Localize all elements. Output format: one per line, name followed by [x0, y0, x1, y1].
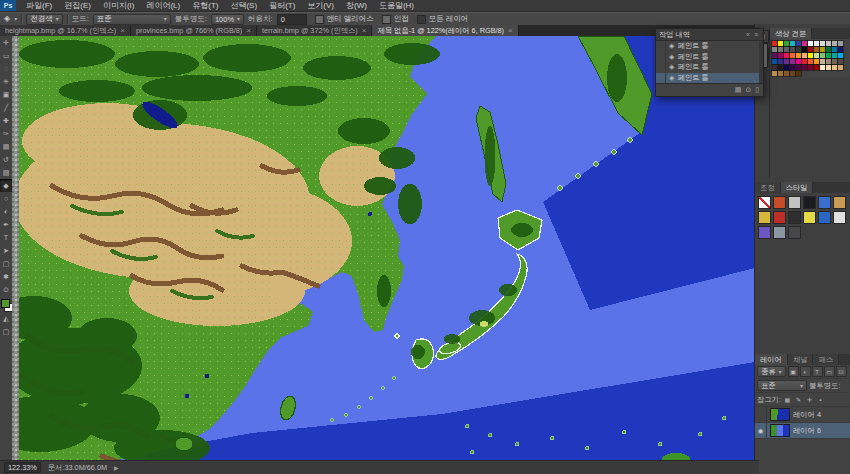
new-snapshot-icon[interactable]: ⊙ [745, 86, 751, 94]
type-filter-icon[interactable]: T [812, 366, 823, 377]
style-swatch[interactable] [773, 196, 786, 209]
eraser-tool[interactable]: ▨ [0, 166, 12, 179]
color-swatch[interactable] [826, 53, 831, 58]
color-swatch[interactable] [832, 47, 837, 52]
type-tool[interactable]: T [0, 231, 12, 244]
screen-mode-button[interactable]: ▢ [0, 325, 12, 338]
color-swatch[interactable] [790, 59, 795, 64]
color-swatch[interactable] [808, 53, 813, 58]
history-brush-tool[interactable]: ↺ [0, 153, 12, 166]
blur-tool[interactable]: ○ [0, 192, 12, 205]
fill-source-select[interactable]: 전경색 ▾ [26, 14, 63, 25]
color-swatch[interactable] [778, 41, 783, 46]
color-swatch[interactable] [838, 47, 843, 52]
styles-panel-tab[interactable]: 스타일 [781, 182, 814, 193]
lock-transparency-icon[interactable]: ▦ [783, 395, 792, 404]
color-swatch[interactable] [814, 53, 819, 58]
color-swatch[interactable] [826, 59, 831, 64]
history-state-row[interactable]: ◈ 페인트 통 [656, 73, 759, 84]
color-swatch[interactable] [778, 71, 783, 76]
close-icon[interactable]: × [362, 27, 367, 35]
preset-caret-icon[interactable]: ▾ [14, 16, 17, 22]
close-icon[interactable]: × [246, 27, 251, 35]
brush-tool[interactable]: ✑ [0, 127, 12, 140]
color-swatch[interactable] [772, 47, 777, 52]
zoom-input[interactable]: 122.33% [4, 462, 41, 473]
color-swatch[interactable] [784, 47, 789, 52]
color-swatch[interactable] [802, 47, 807, 52]
lock-position-icon[interactable]: ✛ [805, 395, 814, 404]
color-swatch[interactable] [832, 41, 837, 46]
color-swatch[interactable] [790, 41, 795, 46]
new-doc-from-state-icon[interactable]: ▤ [735, 86, 742, 94]
style-swatch[interactable] [758, 226, 771, 239]
menu-item[interactable]: 레이어(L) [140, 0, 186, 11]
close-icon[interactable]: × [508, 27, 513, 35]
magic-wand-tool[interactable]: ✳ [0, 75, 12, 88]
color-swatch[interactable] [784, 41, 789, 46]
history-well[interactable] [656, 52, 666, 63]
opacity-select[interactable]: 100% ▾ [211, 14, 244, 25]
move-tool[interactable]: ✛ [0, 36, 12, 49]
color-swatch[interactable] [778, 47, 783, 52]
visibility-toggle[interactable]: ◉ [755, 423, 767, 438]
mode-select[interactable]: 표준 ▾ [93, 14, 171, 25]
path-select-tool[interactable]: ➤ [0, 244, 12, 257]
foreground-color-chip[interactable] [1, 299, 10, 308]
crop-tool[interactable]: ▣ [0, 88, 12, 101]
color-swatch[interactable] [784, 65, 789, 70]
pixel-filter-icon[interactable]: ▣ [788, 366, 799, 377]
color-swatch[interactable] [796, 47, 801, 52]
styles-panel-tab[interactable]: 조정 [755, 182, 781, 193]
paint-bucket-preset-icon[interactable]: ◈ [4, 15, 10, 23]
color-swatch[interactable] [820, 41, 825, 46]
menu-item[interactable]: 창(W) [340, 0, 373, 11]
color-swatch[interactable] [796, 53, 801, 58]
style-swatch[interactable] [788, 226, 801, 239]
color-swatch[interactable] [778, 53, 783, 58]
style-swatch[interactable] [818, 196, 831, 209]
color-swatch[interactable] [772, 71, 777, 76]
color-swatch[interactable] [796, 65, 801, 70]
layers-panel-tab[interactable]: 패스 [813, 354, 839, 365]
color-swatch[interactable] [838, 53, 843, 58]
pen-tool[interactable]: ✒ [0, 218, 12, 231]
menu-item[interactable]: 도움말(H) [373, 0, 420, 11]
menu-item[interactable]: 보기(V) [301, 0, 340, 11]
color-swatch[interactable] [784, 59, 789, 64]
quick-mask-button[interactable]: ◭ [0, 312, 12, 325]
dodge-tool[interactable]: ◐ [0, 205, 12, 218]
color-swatch[interactable] [796, 59, 801, 64]
paint-bucket-tool[interactable]: ◆ [0, 179, 12, 192]
style-swatch[interactable] [773, 226, 786, 239]
style-swatch[interactable] [788, 196, 801, 209]
shape-tool[interactable]: ▢ [0, 257, 12, 270]
layer-row[interactable]: ◉ 레이어 4 [755, 407, 850, 423]
history-well[interactable] [656, 62, 666, 73]
color-swatch[interactable] [814, 65, 819, 70]
history-scrollbar[interactable] [759, 41, 763, 83]
history-state-row[interactable]: ◈ 페인트 통 [656, 62, 759, 73]
color-swatch[interactable] [808, 47, 813, 52]
color-swatch[interactable] [838, 41, 843, 46]
color-swatch[interactable] [814, 41, 819, 46]
color-swatch[interactable] [808, 59, 813, 64]
style-swatch[interactable] [758, 196, 771, 209]
clone-stamp-tool[interactable]: ▤ [0, 140, 12, 153]
color-swatch[interactable] [814, 47, 819, 52]
checkbox[interactable] [382, 15, 391, 24]
color-swatch[interactable] [832, 65, 837, 70]
color-swatch[interactable] [778, 59, 783, 64]
color-swatch[interactable] [772, 59, 777, 64]
tab-swatches[interactable]: 색상 견본 [770, 28, 812, 39]
style-swatch[interactable] [833, 196, 846, 209]
color-swatch[interactable] [772, 65, 777, 70]
menu-item[interactable]: 이미지(I) [97, 0, 141, 11]
hand-tool[interactable]: ✱ [0, 270, 12, 283]
collapse-panel-icon[interactable]: « [744, 31, 752, 38]
checkbox[interactable] [417, 15, 426, 24]
color-swatch[interactable] [826, 65, 831, 70]
style-swatch[interactable] [803, 196, 816, 209]
style-swatch[interactable] [773, 211, 786, 224]
color-swatch[interactable] [772, 53, 777, 58]
